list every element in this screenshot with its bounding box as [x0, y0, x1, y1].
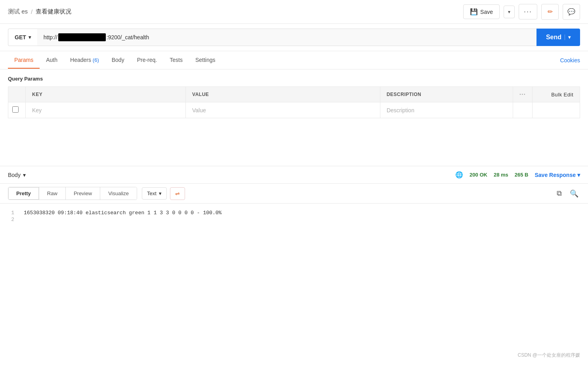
tab-settings[interactable]: Settings	[189, 52, 222, 69]
row-key-cell[interactable]: Key	[26, 102, 186, 118]
page-title: 查看健康状况	[36, 8, 71, 15]
search-icon: 🔍	[570, 190, 578, 198]
params-table: KEY VALUE DESCRIPTION ··· Bulk Edit Key …	[8, 86, 580, 118]
key-placeholder: Key	[32, 107, 42, 113]
tab-prereq-label: Pre-req.	[137, 57, 157, 63]
tab-body[interactable]: Body	[105, 52, 131, 69]
url-input[interactable]: http://:9200/_cat/health	[37, 29, 536, 46]
empty-space	[0, 118, 588, 166]
url-suffix: :9200/_cat/health	[107, 34, 149, 40]
status-badge: 200 OK	[470, 172, 487, 178]
params-more-icon[interactable]: ···	[519, 91, 526, 98]
tab-headers[interactable]: Headers (6)	[64, 52, 105, 69]
globe-icon: 🌐	[455, 171, 463, 179]
save-response-chevron-icon: ▾	[577, 172, 580, 178]
line-number-1: 1	[8, 210, 14, 216]
tab-params-label: Params	[14, 57, 33, 63]
table-row: Key Value Description	[8, 102, 580, 118]
save-label: Save	[480, 9, 493, 15]
format-select[interactable]: Text ▾	[142, 187, 167, 200]
tab-prereq[interactable]: Pre-req.	[131, 52, 164, 69]
response-header: Body ▾ 🌐 200 OK 28 ms 265 B Save Respons…	[0, 166, 588, 184]
subtab-raw-label: Raw	[47, 190, 57, 196]
row-description-cell[interactable]: Description	[380, 102, 513, 118]
copy-icon: ⧉	[557, 189, 562, 197]
response-body-toggle[interactable]: Body ▾	[8, 172, 26, 178]
save-disk-icon: 💾	[470, 8, 478, 15]
format-label: Text	[147, 190, 157, 196]
breadcrumb-separator: /	[31, 8, 32, 15]
filter-icon: ⇌	[175, 190, 180, 197]
save-response-button[interactable]: Save Response ▾	[535, 172, 580, 178]
subtab-visualize[interactable]: Visualize	[100, 187, 137, 200]
subtab-pretty-label: Pretty	[16, 190, 31, 196]
copy-button[interactable]: ⧉	[555, 188, 563, 199]
params-col-bulk-edit[interactable]: Bulk Edit	[533, 87, 580, 102]
subtab-visualize-label: Visualize	[108, 190, 129, 196]
description-placeholder: Description	[387, 107, 414, 113]
method-chevron-icon: ▾	[29, 35, 31, 40]
watermark: CSDN @一个处女座的程序媛	[517, 352, 580, 359]
subtab-preview-label: Preview	[74, 190, 92, 196]
header-actions: 💾 Save ▾ ··· ✏ 💬	[463, 4, 580, 20]
row-value-cell[interactable]: Value	[186, 102, 380, 118]
send-button[interactable]: Send ▾	[536, 29, 580, 46]
query-params-section: Query Params KEY VALUE DESCRIPTION ··· B…	[0, 69, 588, 118]
url-bar: GET ▾ http://:9200/_cat/health Send ▾	[0, 24, 588, 51]
chevron-down-icon: ▾	[508, 9, 510, 15]
params-col-actions: ···	[513, 87, 532, 102]
format-tabs: Pretty Raw Preview Visualize	[8, 187, 137, 200]
subtab-raw[interactable]: Raw	[39, 187, 66, 200]
filter-button[interactable]: ⇌	[170, 187, 185, 200]
save-dropdown-button[interactable]: ▾	[504, 6, 515, 18]
comment-icon: 💬	[567, 8, 575, 15]
tab-tests[interactable]: Tests	[163, 52, 189, 69]
headers-badge: (6)	[93, 57, 99, 63]
tab-headers-label: Headers	[70, 57, 91, 63]
response-code-area: 1 1653038320 09:18:40 elasticsearch gree…	[0, 204, 588, 243]
method-label: GET	[15, 34, 26, 40]
send-chevron-icon: ▾	[565, 35, 571, 40]
save-response-label: Save Response	[535, 172, 576, 178]
tab-body-label: Body	[112, 57, 124, 63]
response-subtabs: Pretty Raw Preview Visualize Text ▾ ⇌ ⧉ …	[0, 184, 588, 204]
breadcrumb-project[interactable]: 测试 es	[8, 8, 28, 15]
response-section: Body ▾ 🌐 200 OK 28 ms 265 B Save Respons…	[0, 166, 588, 243]
body-label: Body	[8, 172, 21, 178]
line-number-2: 2	[8, 217, 14, 223]
subtab-pretty[interactable]: Pretty	[8, 187, 39, 200]
row-actions-cell	[513, 102, 532, 118]
edit-button[interactable]: ✏	[541, 4, 559, 20]
row-bulk-cell	[533, 102, 580, 118]
comment-button[interactable]: 💬	[563, 4, 580, 20]
search-button[interactable]: 🔍	[568, 188, 580, 200]
params-col-description: DESCRIPTION	[380, 87, 513, 102]
response-meta: 🌐 200 OK 28 ms 265 B Save Response ▾	[455, 171, 580, 179]
edit-icon: ✏	[548, 8, 553, 15]
params-col-value: VALUE	[186, 87, 380, 102]
save-button[interactable]: 💾 Save	[463, 4, 500, 19]
code-line-1: 1 1653038320 09:18:40 elasticsearch gree…	[8, 210, 580, 216]
method-select[interactable]: GET ▾	[8, 29, 37, 46]
tab-auth-label: Auth	[46, 57, 57, 63]
tab-params[interactable]: Params	[8, 52, 40, 69]
row-checkbox-cell	[8, 102, 26, 118]
response-time: 28 ms	[494, 172, 508, 178]
tab-auth[interactable]: Auth	[40, 52, 64, 69]
format-chevron-icon: ▾	[159, 190, 162, 196]
query-params-title: Query Params	[8, 76, 580, 82]
row-checkbox[interactable]	[12, 106, 19, 113]
url-redacted-host	[58, 33, 106, 41]
code-line-2: 2	[8, 217, 580, 223]
tab-tests-label: Tests	[170, 57, 183, 63]
cookies-link[interactable]: Cookies	[560, 52, 580, 68]
send-label: Send	[546, 34, 561, 41]
params-col-key: KEY	[26, 87, 186, 102]
more-options-button[interactable]: ···	[519, 4, 537, 19]
header: 测试 es / 查看健康状况 💾 Save ▾ ··· ✏ 💬	[0, 0, 588, 24]
url-prefix: http://	[44, 34, 57, 40]
subtab-preview[interactable]: Preview	[66, 187, 100, 200]
breadcrumb: 测试 es / 查看健康状况	[8, 8, 71, 15]
response-actions: ⧉ 🔍	[555, 188, 580, 200]
line-content-1: 1653038320 09:18:40 elasticsearch green …	[24, 210, 221, 216]
